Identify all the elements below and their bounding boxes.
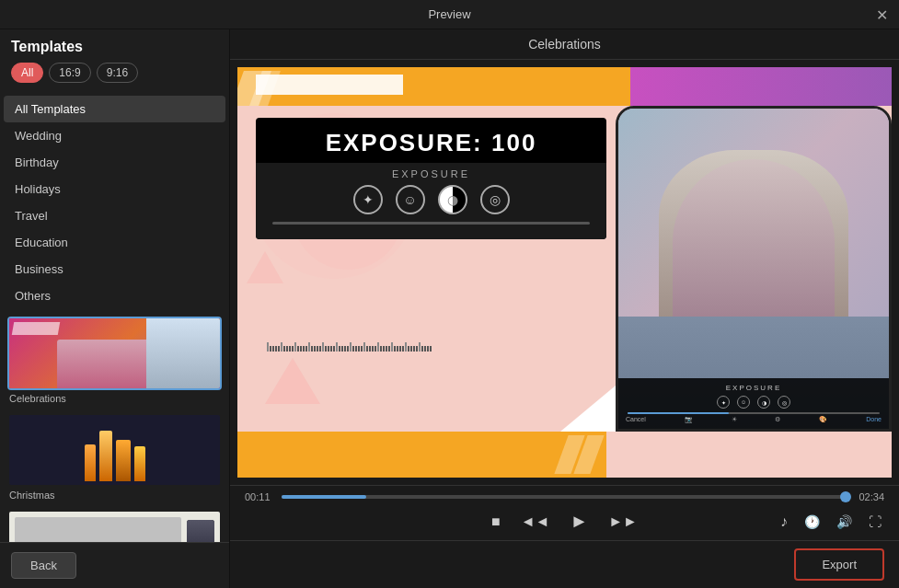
sidebar: Templates All 16:9 9:16 All Templates We…	[0, 29, 230, 588]
filter-tab-all[interactable]: All	[11, 63, 43, 83]
stop-button[interactable]: ■	[489, 511, 503, 533]
tri2	[247, 251, 283, 283]
filter-tab-16-9[interactable]: 16:9	[49, 63, 90, 83]
exposure-box: EXPOSURE: 100 EXPOSURE ✦ ☺ ◑ ◎	[256, 118, 606, 239]
sidebar-footer: Back	[0, 542, 229, 588]
category-birthday[interactable]: Birthday	[0, 149, 229, 176]
template-label-christmas: Christmas	[7, 490, 222, 501]
title-bar: Preview ✕	[0, 0, 899, 29]
exposure-icons: ✦ ☺ ◑ ◎	[261, 185, 601, 214]
template-thumb-demo1	[7, 510, 222, 542]
progress-thumb	[840, 491, 851, 502]
exposure-sub: EXPOSURE ✦ ☺ ◑ ◎	[256, 163, 606, 239]
phone-icon3: ◑	[757, 396, 770, 409]
phone-sun: ☀	[732, 416, 737, 423]
template-label-celebrations: Celebrations	[7, 393, 222, 404]
template-demonstration1[interactable]: Demonstration	[7, 510, 222, 542]
phone-screen: EXPOSURE ✦ ☺ ◑ ◎ Cancel	[618, 109, 889, 429]
category-travel[interactable]: Travel	[0, 202, 229, 229]
slider-ticks-visual	[256, 339, 606, 352]
volume-button[interactable]: 🔊	[834, 512, 855, 532]
phone-cancel-done: Cancel 📷 ☀ ⚙ 🎨 Done	[622, 414, 885, 425]
phone-slider-fill	[628, 412, 729, 414]
template-christmas[interactable]: Christmas	[7, 413, 222, 501]
category-all-templates[interactable]: All Templates	[4, 96, 225, 122]
sidebar-title: Templates	[11, 39, 218, 55]
thumb-celebrations-bg	[9, 318, 220, 388]
slider-ticks-row	[272, 222, 590, 225]
exposure-sub-text: EXPOSURE	[261, 168, 601, 179]
phone-icon2: ☺	[737, 396, 750, 409]
category-list: All Templates Wedding Birthday Holidays …	[0, 96, 229, 313]
slider-track	[272, 222, 590, 225]
phone-person-silhouette	[659, 150, 848, 317]
bottom-bar-footer: Export	[230, 540, 899, 588]
progress-fill	[282, 495, 366, 499]
phone-icon1: ✦	[717, 396, 730, 409]
phone-panel-icons: ✦ ☺ ◑ ◎	[622, 396, 885, 409]
fullscreen-icon: ⛶	[869, 514, 882, 529]
phone-icon4: ◎	[778, 396, 790, 409]
phone-panel-title: EXPOSURE	[622, 384, 885, 392]
phone-done: Done	[866, 416, 882, 423]
phone-art: 🎨	[819, 416, 827, 423]
progress-row: 00:11 02:34	[245, 491, 884, 502]
phone-cancel: Cancel	[626, 416, 646, 423]
controls-row: ■ ◄◄ ► ►► ♪ 🕐 🔊 ⛶	[245, 508, 884, 535]
clock-icon: 🕐	[804, 514, 820, 529]
preview-canvas: EXPOSURE: 100 EXPOSURE ✦ ☺ ◑ ◎	[230, 60, 899, 485]
phone-person-image	[618, 109, 889, 317]
category-others[interactable]: Others	[0, 282, 229, 309]
right-controls: ♪ 🕐 🔊 ⛶	[778, 511, 884, 533]
back-button[interactable]: Back	[11, 552, 76, 579]
progress-track[interactable]	[282, 495, 847, 499]
top-purple	[630, 67, 892, 106]
top-text-box	[256, 75, 403, 95]
close-button[interactable]: ✕	[876, 6, 888, 23]
bottom-slashes	[561, 432, 597, 478]
bottom-bar	[237, 432, 606, 478]
time-total: 02:34	[857, 491, 884, 502]
clock-button[interactable]: 🕐	[801, 512, 823, 532]
filter-tabs: All 16:9 9:16	[11, 63, 218, 83]
exp-icon-contrast: ◑	[438, 185, 467, 214]
volume-icon: 🔊	[836, 514, 852, 529]
play-button[interactable]: ►	[567, 508, 591, 535]
preview-area: Celebrations	[230, 29, 899, 588]
category-business[interactable]: Business	[0, 256, 229, 282]
phone-slider	[628, 412, 880, 414]
rewind-button[interactable]: ◄◄	[518, 511, 553, 533]
forward-button[interactable]: ►►	[605, 511, 640, 533]
exp-icon-circle: ◎	[480, 185, 510, 214]
celebration-preview: EXPOSURE: 100 EXPOSURE ✦ ☺ ◑ ◎	[237, 67, 892, 478]
fullscreen-button[interactable]: ⛶	[866, 512, 884, 532]
exposure-title: EXPOSURE: 100	[256, 118, 606, 163]
main-layout: Templates All 16:9 9:16 All Templates We…	[0, 29, 899, 588]
phone-bottom-panel: EXPOSURE ✦ ☺ ◑ ◎ Cancel	[618, 378, 889, 429]
exposure-slider: // We'll render ticks via inline styles …	[261, 222, 601, 234]
template-thumb-christmas	[7, 413, 222, 487]
white-corner	[560, 386, 616, 432]
filter-tab-9-16[interactable]: 9:16	[97, 63, 138, 83]
time-current: 00:11	[245, 491, 272, 502]
category-holidays[interactable]: Holidays	[0, 176, 229, 202]
tri1	[265, 358, 320, 404]
phone-something: ⚙	[775, 416, 780, 423]
template-thumb-celebrations	[7, 317, 222, 390]
window-title: Preview	[428, 7, 470, 21]
exp-icon-magic: ✦	[353, 185, 383, 214]
music-button[interactable]: ♪	[778, 511, 790, 533]
sidebar-header: Templates All 16:9 9:16	[0, 29, 229, 96]
playback-bar: 00:11 02:34 ■ ◄◄ ► ►► ♪ 🕐	[230, 485, 899, 540]
template-list: Celebrations Christmas	[0, 313, 229, 542]
category-wedding[interactable]: Wedding	[0, 122, 229, 149]
phone-mockup: EXPOSURE ✦ ☺ ◑ ◎ Cancel	[616, 106, 892, 432]
phone-camera: 📷	[685, 416, 693, 423]
exp-icon-smile: ☺	[396, 185, 425, 214]
export-button[interactable]: Export	[794, 548, 884, 581]
thumb-christmas-bg	[9, 415, 220, 485]
category-education[interactable]: Education	[0, 229, 229, 256]
preview-header: Celebrations	[230, 29, 899, 60]
thumb-demo1-bg	[9, 512, 220, 542]
template-celebrations[interactable]: Celebrations	[7, 317, 222, 404]
